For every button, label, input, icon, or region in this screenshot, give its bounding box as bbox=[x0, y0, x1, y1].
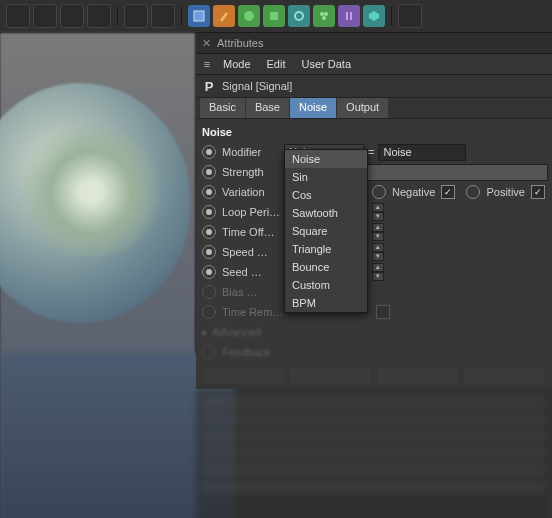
moveup-button[interactable] bbox=[289, 367, 372, 385]
spinner[interactable]: ▴▾ bbox=[372, 263, 384, 281]
row-timerem: Time Rem… bbox=[200, 303, 548, 321]
object-icon: P bbox=[202, 79, 216, 93]
tool-icon[interactable] bbox=[87, 4, 111, 28]
gear-icon[interactable] bbox=[288, 5, 310, 27]
row-loop: Loop Peri… ▴▾ bbox=[200, 203, 548, 221]
anim-radio[interactable] bbox=[202, 285, 216, 299]
tool-icon[interactable] bbox=[33, 4, 57, 28]
label-negative: Negative bbox=[392, 186, 435, 198]
attributes-panel: ✕ Attributes ≡ Mode Edit User Data P Sig… bbox=[195, 33, 552, 518]
anim-radio[interactable] bbox=[372, 185, 386, 199]
anim-radio[interactable] bbox=[202, 305, 216, 319]
bars-icon[interactable] bbox=[338, 5, 360, 27]
svg-rect-8 bbox=[350, 12, 352, 20]
row-advanced[interactable]: ▸ Advanced bbox=[200, 323, 548, 341]
label-speed: Speed … bbox=[222, 246, 284, 258]
menu-icon[interactable]: ≡ bbox=[200, 58, 214, 70]
movedown-button[interactable] bbox=[376, 367, 459, 385]
menu-edit[interactable]: Edit bbox=[260, 56, 293, 72]
tab-output[interactable]: Output bbox=[337, 98, 388, 118]
cube-icon[interactable] bbox=[188, 5, 210, 27]
lower-panels bbox=[196, 389, 552, 518]
row-timeoff: Time Off… ▴▾ bbox=[200, 223, 548, 241]
hex-icon[interactable] bbox=[363, 5, 385, 27]
svg-point-3 bbox=[295, 12, 303, 20]
tool-icon[interactable] bbox=[151, 4, 175, 28]
anim-radio[interactable] bbox=[202, 225, 216, 239]
object-header: P Signal [Signal] bbox=[196, 75, 552, 98]
option-square[interactable]: Square bbox=[285, 222, 367, 240]
spinner[interactable]: ▴▾ bbox=[372, 203, 384, 221]
object-name: Signal [Signal] bbox=[222, 80, 292, 92]
row-modifier: Modifier Noise ▾ = Noise bbox=[200, 143, 548, 161]
option-triangle[interactable]: Triangle bbox=[285, 240, 367, 258]
tool-icon[interactable] bbox=[60, 4, 84, 28]
row-strength: Strength bbox=[200, 163, 548, 181]
close-icon[interactable]: ✕ bbox=[202, 37, 211, 50]
row-seed: Seed … ▴▾ bbox=[200, 263, 548, 281]
modifier-name-field[interactable]: Noise bbox=[378, 144, 466, 161]
top-toolbar bbox=[0, 0, 552, 33]
option-sin[interactable]: Sin bbox=[285, 168, 367, 186]
separator bbox=[181, 6, 182, 26]
label-bias: Bias … bbox=[222, 286, 284, 298]
main-area: ✕ Attributes ≡ Mode Edit User Data P Sig… bbox=[0, 33, 552, 518]
timerem-checkbox[interactable] bbox=[376, 305, 390, 319]
anim-radio[interactable] bbox=[466, 185, 480, 199]
option-custom[interactable]: Custom bbox=[285, 276, 367, 294]
negative-checkbox[interactable] bbox=[441, 185, 455, 199]
menu-userdata[interactable]: User Data bbox=[295, 56, 359, 72]
anim-radio[interactable] bbox=[202, 205, 216, 219]
anim-radio[interactable] bbox=[202, 145, 216, 159]
section-noise: Noise bbox=[200, 123, 548, 143]
option-bounce[interactable]: Bounce bbox=[285, 258, 367, 276]
spinner[interactable]: ▴▾ bbox=[372, 243, 384, 261]
label-modifier: Modifier bbox=[222, 146, 284, 158]
separator bbox=[391, 6, 392, 26]
anim-radio[interactable] bbox=[202, 265, 216, 279]
svg-point-1 bbox=[244, 11, 254, 21]
label-positive: Positive bbox=[486, 186, 525, 198]
viewport[interactable] bbox=[0, 33, 195, 518]
row-feedback: Feedback bbox=[200, 343, 548, 361]
positive-checkbox[interactable] bbox=[531, 185, 545, 199]
duplicate-button[interactable] bbox=[463, 367, 546, 385]
label-seed: Seed … bbox=[222, 266, 284, 278]
svg-point-6 bbox=[322, 16, 326, 20]
button-row bbox=[200, 363, 548, 389]
label-advanced: Advanced bbox=[212, 326, 261, 338]
delete-button[interactable] bbox=[202, 367, 285, 385]
properties-area: Noise Modifier Noise ▾ = Noise Strength … bbox=[196, 119, 552, 389]
option-sawtooth[interactable]: Sawtooth bbox=[285, 204, 367, 222]
label-feedback: Feedback bbox=[222, 346, 284, 358]
option-bpm[interactable]: BPM bbox=[285, 294, 367, 312]
tool-icon[interactable] bbox=[398, 4, 422, 28]
tab-base[interactable]: Base bbox=[246, 98, 289, 118]
brush-icon[interactable] bbox=[213, 5, 235, 27]
tool-icon[interactable] bbox=[6, 4, 30, 28]
spinner[interactable]: ▴▾ bbox=[372, 223, 384, 241]
cluster-icon[interactable] bbox=[313, 5, 335, 27]
tab-noise[interactable]: Noise bbox=[290, 98, 336, 118]
option-noise[interactable]: Noise bbox=[285, 150, 367, 168]
tab-basic[interactable]: Basic bbox=[200, 98, 245, 118]
cube2-icon[interactable] bbox=[263, 5, 285, 27]
svg-rect-0 bbox=[194, 11, 204, 21]
svg-rect-2 bbox=[270, 12, 278, 20]
attribute-tabs: Basic Base Noise Output bbox=[196, 98, 552, 119]
anim-radio[interactable] bbox=[202, 165, 216, 179]
svg-marker-9 bbox=[369, 11, 379, 21]
separator bbox=[117, 6, 118, 26]
anim-radio[interactable] bbox=[202, 185, 216, 199]
menu-mode[interactable]: Mode bbox=[216, 56, 258, 72]
modifier-dropdown-menu: Noise Sin Cos Sawtooth Square Triangle B… bbox=[284, 149, 368, 313]
svg-point-4 bbox=[320, 12, 324, 16]
anim-radio[interactable] bbox=[202, 345, 216, 359]
label-timerem: Time Rem… bbox=[222, 306, 284, 318]
anim-radio[interactable] bbox=[202, 245, 216, 259]
tool-icon[interactable] bbox=[124, 4, 148, 28]
sphere-icon[interactable] bbox=[238, 5, 260, 27]
row-speed: Speed … ▴▾ bbox=[200, 243, 548, 261]
svg-point-5 bbox=[324, 12, 328, 16]
option-cos[interactable]: Cos bbox=[285, 186, 367, 204]
